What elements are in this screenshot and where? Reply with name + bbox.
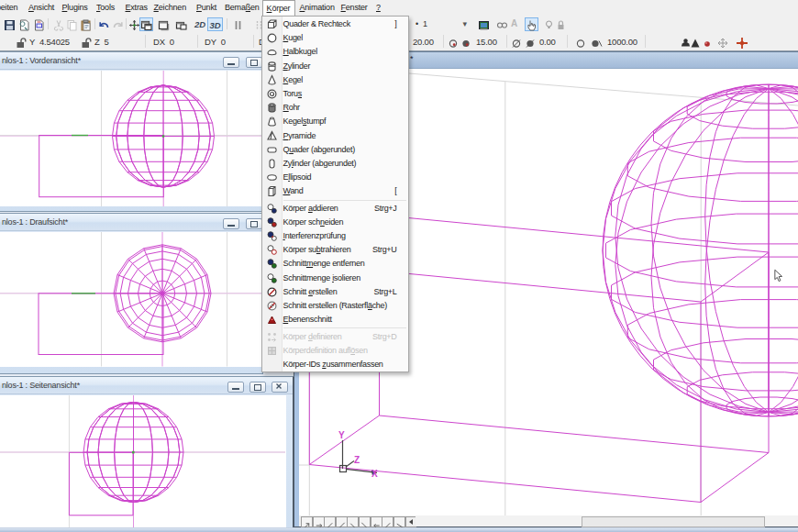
svg-text:Y: Y bbox=[338, 430, 345, 440]
svg-text:Z: Z bbox=[354, 455, 360, 465]
svg-text:X: X bbox=[371, 469, 378, 479]
